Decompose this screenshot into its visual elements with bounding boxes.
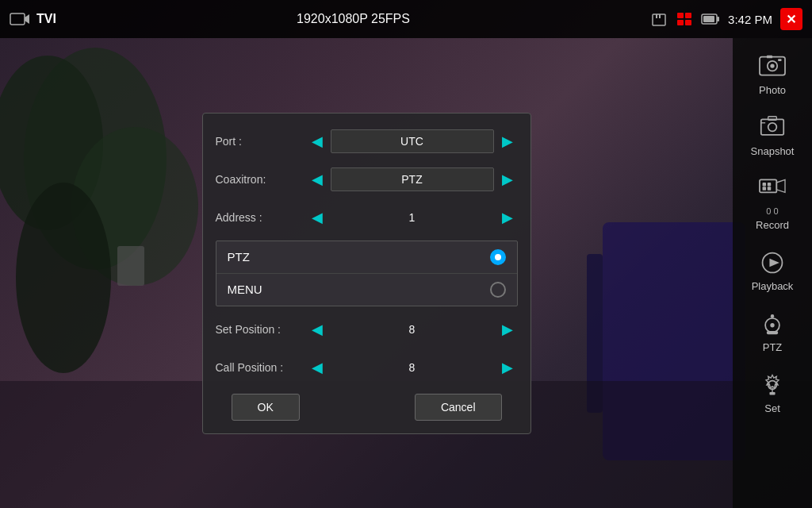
coaxitron-prev-button[interactable]: ◀: [307, 169, 327, 190]
set-position-label: Set Position :: [216, 323, 307, 336]
set-position-prev-button[interactable]: ◀: [307, 319, 327, 340]
coaxitron-dialog: Port : ◀ UTC ▶ Coaxitron: ◀ PTZ ▶ Addres…: [202, 113, 531, 434]
address-prev-button[interactable]: ◀: [307, 207, 327, 228]
call-position-value: 8: [331, 361, 494, 374]
coaxitron-label: Coaxitron:: [216, 173, 307, 186]
port-row: Port : ◀ UTC ▶: [216, 126, 518, 156]
menu-radio: [490, 282, 506, 298]
call-position-next-button[interactable]: ▶: [497, 357, 518, 378]
coaxitron-next-button[interactable]: ▶: [497, 169, 518, 190]
address-control: ◀ 1 ▶: [307, 207, 518, 228]
port-next-button[interactable]: ▶: [497, 131, 518, 152]
set-position-value: 8: [331, 323, 494, 336]
ok-button[interactable]: OK: [232, 394, 300, 421]
ptz-radio: [490, 249, 506, 265]
dropdown-option-menu[interactable]: MENU: [216, 274, 517, 306]
port-prev-button[interactable]: ◀: [307, 131, 327, 152]
coaxitron-dropdown: PTZ MENU: [216, 241, 518, 306]
call-position-row: Call Position : ◀ 8 ▶: [216, 352, 518, 383]
dialog-buttons: OK Cancel: [216, 394, 518, 421]
call-position-label: Call Position :: [216, 361, 307, 374]
port-control: ◀ UTC ▶: [307, 129, 518, 153]
menu-option-label: MENU: [228, 283, 262, 296]
call-position-control: ◀ 8 ▶: [307, 357, 518, 378]
address-value: 1: [331, 211, 494, 224]
coaxitron-row: Coaxitron: ◀ PTZ ▶: [216, 164, 518, 194]
set-position-control: ◀ 8 ▶: [307, 319, 518, 340]
cancel-button[interactable]: Cancel: [415, 394, 502, 421]
dialog-overlay: Port : ◀ UTC ▶ Coaxitron: ◀ PTZ ▶ Addres…: [0, 0, 812, 508]
address-label: Address :: [216, 211, 307, 224]
call-position-prev-button[interactable]: ◀: [307, 357, 327, 378]
port-value: UTC: [331, 129, 494, 153]
set-position-row: Set Position : ◀ 8 ▶: [216, 314, 518, 344]
coaxitron-value: PTZ: [331, 167, 494, 191]
ptz-option-label: PTZ: [228, 250, 250, 264]
address-row: Address : ◀ 1 ▶: [216, 202, 518, 233]
set-position-next-button[interactable]: ▶: [497, 319, 518, 340]
dropdown-option-ptz[interactable]: PTZ: [216, 241, 517, 274]
port-label: Port :: [216, 135, 307, 148]
address-next-button[interactable]: ▶: [497, 207, 518, 228]
coaxitron-control: ◀ PTZ ▶: [307, 167, 518, 191]
